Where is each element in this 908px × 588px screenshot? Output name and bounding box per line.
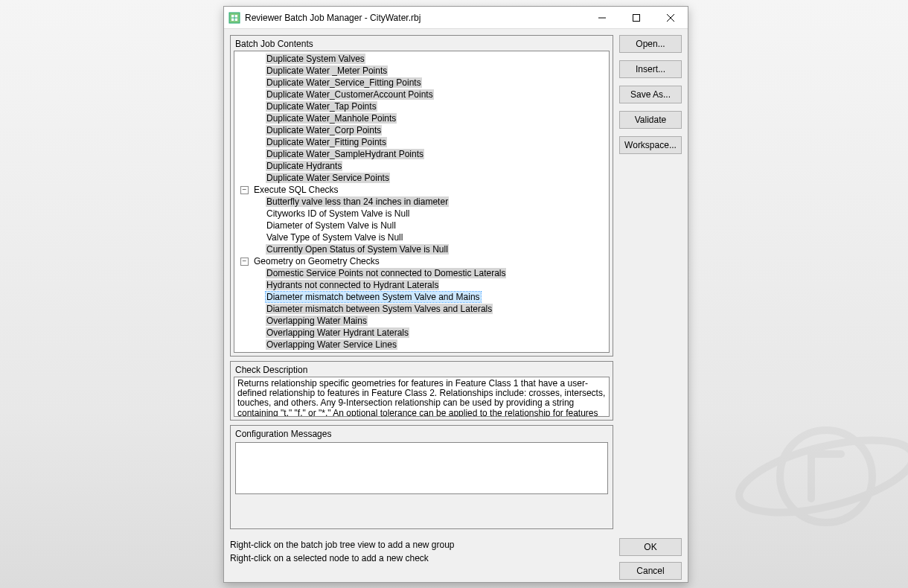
insert-button[interactable]: Insert... — [619, 60, 682, 78]
tree-item[interactable]: Duplicate Water_Corp Points — [236, 124, 607, 136]
tree-item-label: Duplicate Water_Service_Fitting Points — [266, 77, 422, 88]
tree-item-label: Overlapping Water Hydrant Laterals — [266, 327, 409, 338]
app-icon — [228, 12, 240, 24]
tree-item[interactable]: Duplicate Water_SampleHydrant Points — [236, 148, 607, 160]
tree-group[interactable]: −Geometry on Geometry Checks — [236, 255, 607, 267]
tree-item-label: Duplicate Water_CustomerAccount Points — [266, 89, 434, 100]
tree-item-label: Overlapping Water Service Lines — [266, 339, 397, 350]
dialog-window: Reviewer Batch Job Manager - CityWater.r… — [223, 6, 688, 583]
batch-job-contents-label: Batch Job Contents — [234, 39, 610, 49]
tree-item[interactable]: Duplicate Water_Fitting Points — [236, 136, 607, 148]
window-title: Reviewer Batch Job Manager - CityWater.r… — [245, 13, 585, 23]
tree-item-label: Valve Type of System Valve is Null — [266, 232, 403, 243]
collapse-icon[interactable]: − — [240, 186, 249, 194]
configuration-messages-text[interactable] — [235, 442, 608, 494]
tree-item-label: Duplicate Water Service Points — [266, 173, 390, 183]
open-button[interactable]: Open... — [619, 35, 682, 53]
tree-item-label: Diameter of System Valve is Null — [266, 220, 397, 231]
maximize-button[interactable] — [619, 7, 653, 29]
tree-item[interactable]: Cityworks ID of System Valve is Null — [236, 208, 607, 220]
configuration-messages-group: Configuration Messages — [230, 425, 613, 529]
svg-point-1 — [780, 430, 872, 523]
tree-item-label: Cityworks ID of System Valve is Null — [266, 208, 411, 219]
background-watermark — [729, 409, 908, 543]
tree-group[interactable]: −Execute SQL Checks — [236, 184, 607, 196]
tree-item[interactable]: Duplicate Water Service Points — [236, 172, 607, 184]
hint-text: Right-click on the batch job tree view t… — [230, 538, 613, 580]
tree-item[interactable]: Valve Type of System Valve is Null — [236, 231, 607, 243]
tree-item-label: Diameter mismatch between System Valves … — [266, 304, 493, 314]
svg-rect-4 — [633, 14, 640, 21]
tree-item-label: Duplicate Water _Meter Points — [266, 65, 388, 76]
hint-line-1: Right-click on the batch job tree view t… — [230, 538, 613, 552]
tree-item-label: Duplicate Water_Corp Points — [266, 125, 382, 135]
tree-group-label: Execute SQL Checks — [253, 185, 339, 195]
tree-item-label: Duplicate Water_SampleHydrant Points — [266, 149, 424, 159]
minimize-button[interactable] — [585, 7, 619, 29]
cancel-button[interactable]: Cancel — [619, 562, 682, 580]
check-description-label: Check Description — [234, 365, 610, 375]
tree-item-label: Duplicate Hydrants — [266, 161, 342, 171]
tree-item-label: Duplicate Water_Fitting Points — [266, 137, 387, 147]
titlebar: Reviewer Batch Job Manager - CityWater.r… — [224, 7, 688, 29]
tree-item[interactable]: Overlapping Water Service Lines — [236, 339, 607, 351]
tree-item[interactable]: Diameter mismatch between System Valve a… — [236, 291, 607, 303]
tree-item[interactable]: Butterfly valve less than 24 inches in d… — [236, 196, 607, 208]
ok-button[interactable]: OK — [619, 538, 682, 556]
workspace-button[interactable]: Workspace... — [619, 136, 682, 154]
configuration-messages-label: Configuration Messages — [234, 429, 610, 439]
tree-view[interactable]: Duplicate System ValvesDuplicate Water _… — [234, 51, 610, 353]
tree-item[interactable]: Duplicate Water_Manhole Points — [236, 112, 607, 124]
save-as-button[interactable]: Save As... — [619, 86, 682, 103]
hint-line-2: Right-click on a selected node to add a … — [230, 552, 613, 565]
tree-item[interactable]: Duplicate Water_Service_Fitting Points — [236, 77, 607, 89]
tree-item-label: Currently Open Status of System Valve is… — [266, 244, 449, 255]
tree-item[interactable]: Duplicate Water_Tap Points — [236, 100, 607, 112]
tree-item[interactable]: Diameter of System Valve is Null — [236, 220, 607, 231]
svg-point-0 — [732, 426, 908, 527]
tree-group-label: Geometry on Geometry Checks — [253, 256, 380, 266]
tree-item-label: Duplicate Water_Tap Points — [266, 101, 377, 112]
tree-item-label: Domestic Service Points not connected to… — [266, 268, 506, 278]
batch-job-contents-group: Batch Job Contents Duplicate System Valv… — [230, 35, 613, 357]
tree-item[interactable]: Overlapping Water Hydrant Laterals — [236, 327, 607, 339]
tree-item-label: Duplicate Water_Manhole Points — [266, 113, 397, 124]
tree-item[interactable]: Hydrants not connected to Hydrant Latera… — [236, 279, 607, 291]
tree-item[interactable]: Duplicate Water _Meter Points — [236, 65, 607, 77]
tree-item-label: Duplicate System Valves — [266, 54, 365, 64]
tree-item-label: Diameter mismatch between System Valve a… — [266, 292, 481, 302]
tree-item[interactable]: Currently Open Status of System Valve is… — [236, 243, 607, 255]
tree-item[interactable]: Overlapping Water Mains — [236, 315, 607, 327]
validate-button[interactable]: Validate — [619, 111, 682, 129]
collapse-icon[interactable]: − — [240, 258, 249, 266]
tree-item[interactable]: Diameter mismatch between System Valves … — [236, 303, 607, 315]
tree-item-label: Butterfly valve less than 24 inches in d… — [266, 196, 449, 207]
tree-item-label: Hydrants not connected to Hydrant Latera… — [266, 280, 439, 290]
tree-item[interactable]: Duplicate Water_CustomerAccount Points — [236, 89, 607, 100]
close-button[interactable] — [653, 7, 688, 29]
tree-item[interactable]: Domestic Service Points not connected to… — [236, 267, 607, 279]
tree-item[interactable]: Duplicate System Valves — [236, 53, 607, 65]
check-description-group: Check Description Returns relationship s… — [230, 361, 613, 421]
tree-item[interactable]: Duplicate Hydrants — [236, 160, 607, 172]
tree-item-label: Overlapping Water Mains — [266, 316, 368, 326]
check-description-text[interactable]: Returns relationship specific geometries… — [234, 377, 610, 417]
